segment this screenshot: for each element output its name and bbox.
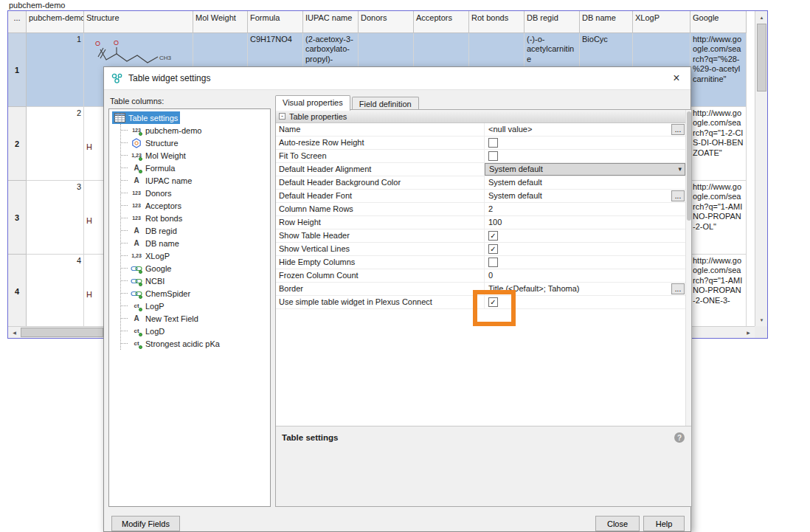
scroll-right-icon[interactable]: ▶: [743, 327, 754, 338]
collapse-icon[interactable]: -: [279, 113, 285, 120]
row-header-3[interactable]: 3: [8, 181, 27, 255]
checkbox-fit-to-screen[interactable]: [488, 151, 498, 161]
tree-item-iupac-name[interactable]: AIUPAC name: [121, 174, 270, 187]
tree-item-rot-bonds[interactable]: 123Rot bonds: [121, 212, 270, 224]
tree-item-label: Formula: [145, 164, 175, 173]
tree-item-logp[interactable]: ctLogP: [121, 300, 270, 312]
value-row-height[interactable]: 100: [485, 216, 685, 229]
tree-item-acceptors[interactable]: 123Acceptors: [121, 199, 270, 212]
cell-pubchem-demo-row-3[interactable]: 3: [27, 181, 84, 255]
horizontal-scroll-thumb[interactable]: [21, 328, 103, 337]
window-tab-label[interactable]: pubchem-demo: [9, 1, 65, 10]
checkbox-auto-resize-row-height[interactable]: [488, 138, 498, 148]
column-header-donors[interactable]: Donors: [359, 11, 414, 33]
column-header-google[interactable]: Google: [690, 11, 747, 33]
close-icon[interactable]: ×: [669, 72, 684, 85]
column-header-db-regid[interactable]: DB regid: [525, 11, 580, 33]
modify-fields-button[interactable]: Modify Fields: [111, 516, 180, 531]
ellipsis-button-name[interactable]: ...: [671, 124, 685, 135]
help-button[interactable]: Help: [643, 516, 685, 531]
chemical-terms-field-icon: ct: [130, 300, 143, 311]
column-header-mol-weight[interactable]: Mol Weight: [193, 11, 248, 33]
tree-item-content: 123pubchem-demo: [129, 124, 204, 137]
cell-google-row-1[interactable]: http://www.google.com/search?q="%28-%29-…: [690, 33, 747, 107]
scroll-down-icon[interactable]: ▼: [756, 314, 767, 325]
property-group-header[interactable]: - Table properties: [276, 110, 685, 123]
ellipsis-button-border[interactable]: ...: [671, 283, 685, 294]
tree-item-db-regid[interactable]: ADB regid: [121, 224, 270, 237]
cell-pubchem-demo-row-4[interactable]: 4: [27, 255, 84, 326]
tab-visual-properties[interactable]: Visual properties: [275, 95, 350, 111]
property-value-text: 0: [488, 271, 493, 280]
checkbox-show-vertical-lines[interactable]: ✓: [488, 244, 498, 254]
text-field-icon: A: [130, 162, 143, 173]
properties-scrollbar[interactable]: [685, 110, 691, 426]
value-default-header-alignment[interactable]: System default▾: [485, 163, 685, 176]
tree-item-xlogp[interactable]: 1,23XLogP: [121, 249, 270, 262]
tree-item-content: ChemSpider: [129, 287, 193, 300]
column-header-structure[interactable]: Structure: [84, 11, 193, 33]
property-name: Default Header Font: [276, 190, 485, 202]
field-type-glyph: A: [134, 314, 139, 322]
field-type-glyph: 123: [132, 190, 141, 196]
tree-item-mol-weight[interactable]: 1,23Mol Weight: [121, 149, 270, 162]
tree-item-google[interactable]: Google: [121, 262, 270, 274]
green-dot-icon: [139, 295, 142, 299]
column-header-rot-bonds[interactable]: Rot bonds: [469, 11, 525, 33]
value-border[interactable]: Title (<Default>; Tahoma)...: [485, 283, 685, 295]
tree-item-ncbi[interactable]: NCBI: [121, 274, 270, 287]
checkbox-hide-empty-columns[interactable]: [488, 258, 498, 267]
tree-item-strongest-acidic-pka[interactable]: ctStrongest acidic pKa: [121, 337, 270, 350]
tree-item-label: Structure: [145, 139, 179, 148]
tree-item-table-settings[interactable]: Table settings: [111, 111, 270, 124]
tree-item-db-name[interactable]: ADB name: [121, 237, 270, 249]
property-row-show-table-header: Show Table Header✓: [276, 229, 685, 243]
tree-item-formula[interactable]: AFormula: [121, 162, 270, 174]
value-column-name-rows[interactable]: 2: [485, 203, 685, 215]
column-header-formula[interactable]: Formula: [248, 11, 303, 33]
vertical-scroll-thumb[interactable]: [757, 24, 766, 91]
column-header-db-name[interactable]: DB name: [580, 11, 633, 33]
cell-pubchem-demo-row-2[interactable]: 2: [27, 107, 84, 181]
text-field-icon: A: [130, 313, 143, 324]
value-name[interactable]: <null value>...: [485, 123, 685, 136]
ellipsis-button-default-header-font[interactable]: ...: [671, 190, 685, 201]
property-grid: - Table properties Name<null value>...Au…: [276, 110, 685, 309]
scroll-up-icon[interactable]: ▲: [756, 12, 767, 23]
column-header-pubchem-demo[interactable]: pubchem-demo: [27, 11, 84, 33]
property-row-frozen-column-count: Frozen Column Count0: [276, 269, 685, 283]
cell-pubchem-demo-row-1[interactable]: 1: [27, 33, 84, 107]
integer-field-icon: 123: [130, 213, 143, 224]
tree-item-logd[interactable]: ctLogD: [121, 325, 270, 337]
row-header-1[interactable]: 1: [8, 33, 27, 107]
cell-google-row-2[interactable]: http://www.google.com/search?q="1-2-CIS-…: [690, 107, 747, 181]
tree-item-structure[interactable]: Structure: [121, 137, 270, 149]
grid-corner-button[interactable]: ...: [8, 11, 27, 33]
tree-item-new-text-field[interactable]: ANew Text Field: [121, 312, 270, 325]
tree-item-donors[interactable]: 123Donors: [121, 187, 270, 199]
dialog-title-bar[interactable]: Table widget settings ×: [104, 67, 690, 90]
close-button[interactable]: Close: [595, 516, 640, 531]
integer-field-icon: 123: [130, 200, 143, 211]
tree-item-content: 1,23Mol Weight: [129, 149, 188, 162]
tree-item-chemspider[interactable]: ChemSpider: [121, 287, 270, 300]
cell-google-row-4[interactable]: http://www.google.com/search?q="1-AMINO-…: [690, 255, 747, 326]
checkbox-show-table-header[interactable]: ✓: [488, 231, 498, 241]
value-default-header-font[interactable]: System default...: [485, 190, 685, 202]
tree-item-pubchem-demo[interactable]: 123pubchem-demo: [121, 124, 270, 137]
column-header-acceptors[interactable]: Acceptors: [414, 11, 469, 33]
scroll-left-icon[interactable]: ◀: [9, 327, 20, 338]
cell-google-row-3[interactable]: http://www.google.com/search?q="1-AMINO-…: [690, 181, 747, 255]
column-header-iupac-name[interactable]: IUPAC name: [303, 11, 359, 33]
row-header-2[interactable]: 2: [8, 107, 27, 181]
vertical-scrollbar[interactable]: ▲ ▼: [755, 11, 767, 326]
property-row-default-header-font: Default Header FontSystem default...: [276, 190, 685, 203]
value-default-header-background-color[interactable]: System default: [485, 176, 685, 189]
url-field-icon: [130, 288, 143, 299]
row-header-4[interactable]: 4: [8, 255, 27, 326]
value-frozen-column-count[interactable]: 0: [485, 269, 685, 282]
checkbox-use-simple-table-widget-in-plexus-connect[interactable]: ✓: [488, 297, 498, 307]
help-icon[interactable]: ?: [674, 432, 685, 443]
properties-scroll-thumb[interactable]: [687, 111, 691, 221]
column-header-xlogp[interactable]: XLogP: [633, 11, 690, 33]
